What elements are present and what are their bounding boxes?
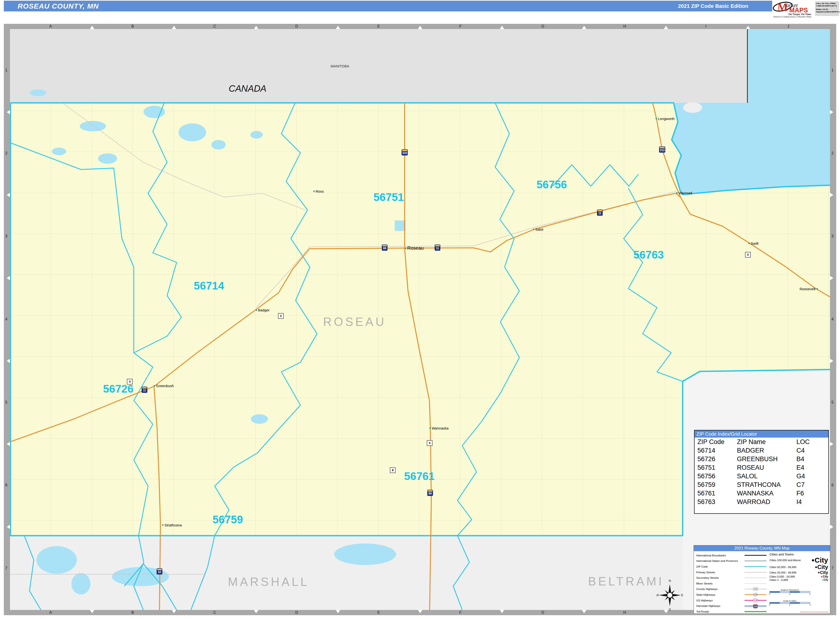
legend-city-row: Cities 50,000 - 99,999City (770, 564, 828, 570)
cell-loc: C4 (797, 447, 828, 454)
town-warroad: Warroad (676, 191, 692, 195)
grid-notch (830, 525, 833, 529)
grid-col-label: D (295, 610, 298, 615)
grid-row-label: 1 (5, 68, 7, 72)
contact-line: EMAIL US AT: (816, 8, 838, 11)
zip-label-56714: 56714 (194, 279, 224, 292)
grid-col-label: B (132, 24, 134, 28)
legend-city-row: Cities 100,000 and AboveCity (770, 557, 828, 564)
state-highway-shield: 11 (435, 245, 440, 251)
town-name: Longworth (658, 117, 674, 121)
legend-line-row: International Boundaries (696, 553, 767, 558)
scale-ticks: 024 (770, 604, 810, 606)
grid-notch (7, 276, 10, 280)
town-dot-icon (429, 428, 431, 429)
scale-segment (800, 591, 810, 592)
legend-line-label: International States and Provinces (696, 559, 738, 562)
cell-zip-code: 56714 (697, 447, 737, 454)
zip-index-table: ZIP Code Index/Grid Locator ZIP Code ZIP… (694, 430, 829, 514)
contact-line: 1-888-434-MAPS (6277) (816, 5, 838, 7)
grid-notch (7, 525, 10, 529)
state-highway-shield: 89 (427, 490, 433, 496)
grid-notch (664, 26, 668, 29)
scale-segment (770, 591, 780, 592)
town-name: Salol (535, 227, 543, 232)
city-class-label: Cities 1 - 4,999 (770, 579, 788, 582)
city-dot-icon (818, 572, 819, 573)
grid-notch (418, 610, 422, 613)
legend-line-row: Toll Roads (696, 609, 767, 615)
col-zip-code: ZIP Code (697, 438, 737, 446)
state-highway-shield: 310 (402, 149, 408, 155)
intl-boundary-swatch (744, 555, 767, 556)
legend-title: 2021 Roseau County, MN Map (694, 546, 830, 551)
cell-loc: I4 (797, 498, 828, 506)
town-dot-icon (256, 309, 257, 311)
grid-col-label: I (705, 24, 706, 28)
legend-line-label: ZIP Code (696, 565, 708, 568)
city-sample-text: City (815, 557, 828, 564)
scale-bar (770, 602, 810, 604)
legend-line-row: Interstate Highways123 (696, 603, 767, 609)
scale-tick: 0 (769, 604, 770, 606)
grid-notch (7, 193, 10, 197)
legend-line-label: Toll Roads (696, 610, 709, 613)
town-dot-icon (154, 385, 155, 386)
svg-text:On Target. On Time.: On Target. On Time. (788, 13, 812, 15)
city-dot-icon (815, 567, 817, 568)
town-dot-icon (656, 118, 657, 119)
intl-states-swatch (744, 561, 767, 561)
contact-box: CALL US TOLL FREE! 1-888-434-MAPS (6277)… (815, 1, 839, 16)
grid-notch (500, 26, 504, 29)
state-hwy-swatch: 123 (744, 594, 767, 595)
legend-line-label: Secondary Streets (696, 576, 719, 579)
region-label-marshall: MARSHALL (228, 575, 309, 589)
col-loc: LOC (797, 438, 828, 446)
route-badge: 123 (753, 587, 758, 591)
route-badge: 123 (753, 604, 758, 608)
grid-notch (830, 442, 833, 446)
city-sample: City (821, 575, 828, 578)
town-wannaska: Wannaska (429, 426, 448, 430)
grid-notch (172, 26, 176, 29)
cell-zip-name: BADGER (737, 447, 797, 454)
minor-swatch (744, 583, 767, 584)
scale-bar (770, 591, 810, 593)
grid-notch (7, 442, 10, 446)
scale-segment (790, 591, 800, 592)
grid-notch (90, 26, 94, 29)
grid-col-label: J (788, 24, 789, 28)
state-highway-shield: 11 (597, 209, 603, 216)
cell-zip-code: 56763 (697, 498, 737, 506)
grid-row-label: 4 (5, 317, 7, 321)
grid-notch (336, 610, 340, 613)
scale-tick: 2 (789, 593, 790, 595)
town-roosevelt: Roosevelt (800, 287, 818, 291)
grid-row-label: 7 (831, 566, 834, 570)
grid-notch (254, 26, 258, 29)
state-highway-shield: 32 (157, 568, 162, 574)
table-row: 56763WARROADI4 (695, 498, 828, 506)
legend-line-row: State Highways123 (696, 592, 767, 598)
cell-zip-code: 56756 (697, 472, 737, 480)
legend-copyright (800, 612, 829, 613)
town-strathcona: Strathcona (162, 523, 182, 527)
legend-city-row: Cities 5,000 - 24,999City (770, 575, 828, 578)
grid-notch (830, 110, 833, 114)
table-row: 56726GREENBUSHB4 (695, 455, 828, 463)
city-sample-text: City (818, 564, 828, 570)
region-label-beltrami: BELTRAMI (588, 574, 664, 588)
town-name: Swift (751, 241, 759, 245)
grid-notch (746, 26, 750, 29)
town-ross: Ross (313, 189, 324, 193)
grid-ruler-left: 1234567 (4, 24, 10, 615)
city-class-label: Cities 5,000 - 24,999 (770, 575, 795, 578)
scale-tick: 4 (809, 593, 810, 595)
table-row: 56751ROSEAUE4 (695, 463, 828, 472)
city-sample: City (818, 570, 828, 575)
town-badger: Badger (256, 308, 269, 312)
legend-line-label: County Highways (696, 588, 717, 591)
zip-label-56756: 56756 (537, 178, 567, 191)
grid-notch (582, 610, 586, 613)
scale-segment (770, 603, 780, 604)
